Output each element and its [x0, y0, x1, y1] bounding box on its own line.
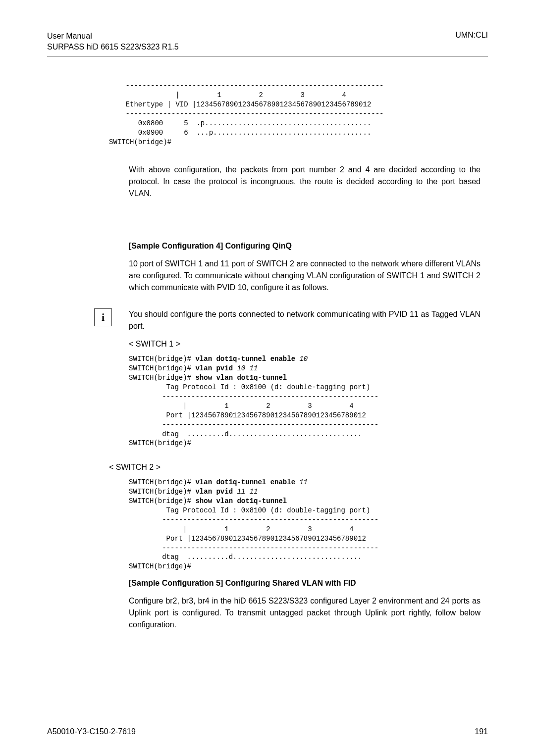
code-block-switch2: SWITCH(bridge)# vlan dot1q-tunnel enable…: [129, 478, 488, 571]
code-output: Tag Protocol Id : 0x8100 (d: double-tagg…: [129, 506, 378, 570]
footer-left: A50010-Y3-C150-2-7619: [47, 727, 136, 736]
code-cmd: vlan pvid: [195, 488, 233, 496]
code-prompt: SWITCH(bridge)#: [129, 374, 195, 382]
code-prompt: SWITCH(bridge)#: [129, 478, 195, 486]
code-arg: 11 11: [233, 488, 258, 496]
page-footer: A50010-Y3-C150-2-7619 191: [47, 727, 488, 736]
info-icon: i: [94, 308, 112, 326]
code-prompt: SWITCH(bridge)#: [129, 488, 195, 496]
paragraph-3: Configure br2, br3, br4 in the hiD 6615 …: [129, 595, 481, 631]
switch2-label: < SWITCH 2 >: [109, 463, 488, 472]
paragraph-1: With above configuration, the packets fr…: [129, 164, 481, 200]
header-left: User Manual SURPASS hiD 6615 S223/S323 R…: [47, 31, 179, 52]
header-title-line2: SURPASS hiD 6615 S223/S323 R1.5: [47, 42, 179, 52]
code-prompt: SWITCH(bridge)#: [129, 497, 195, 505]
code-arg: 10 11: [233, 364, 258, 372]
code-output: Tag Protocol Id : 0x8100 (d: double-tagg…: [129, 383, 378, 447]
code-cmd: vlan dot1q-tunnel enable: [195, 355, 295, 363]
page-header: User Manual SURPASS hiD 6615 S223/S323 R…: [47, 31, 488, 56]
code-prompt: SWITCH(bridge)#: [129, 355, 195, 363]
info-text: You should configure the ports connected…: [129, 308, 481, 332]
switch1-label: < SWITCH 1 >: [129, 340, 488, 349]
footer-right: 191: [475, 727, 488, 736]
info-row: i You should configure the ports connect…: [47, 308, 488, 332]
header-title-line1: User Manual: [47, 31, 179, 42]
paragraph-2: 10 port of SWITCH 1 and 11 port of SWITC…: [129, 258, 481, 294]
heading-sample-config-5: [Sample Configuration 5] Configuring Sha…: [129, 579, 488, 588]
code-prompt: SWITCH(bridge)#: [129, 364, 195, 372]
code-block-switch1: SWITCH(bridge)# vlan dot1q-tunnel enable…: [129, 354, 488, 448]
code-arg: 11: [295, 478, 308, 486]
code-block-top: ----------------------------------------…: [109, 81, 488, 147]
heading-sample-config-4: [Sample Configuration 4] Configuring Qin…: [129, 242, 488, 251]
code-cmd: show vlan dot1q-tunnel: [195, 497, 287, 505]
code-cmd: vlan pvid: [195, 364, 233, 372]
code-arg: 10: [295, 355, 308, 363]
code-cmd: show vlan dot1q-tunnel: [195, 374, 287, 382]
header-right: UMN:CLI: [455, 31, 488, 52]
code-cmd: vlan dot1q-tunnel enable: [195, 478, 295, 486]
